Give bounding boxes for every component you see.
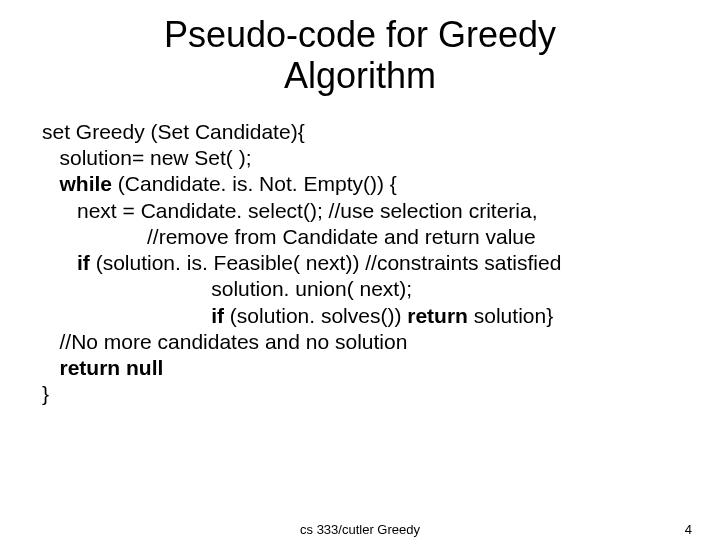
code-line: next = Candidate. select(); //use select…	[42, 198, 700, 224]
code-line: }	[42, 381, 700, 407]
code-line: solution. union( next);	[42, 276, 700, 302]
footer-center-text: cs 333/cutler Greedy	[300, 522, 420, 537]
keyword-return: return	[407, 304, 468, 327]
keyword-return-null: return null	[60, 356, 164, 379]
slide-title: Pseudo-code for Greedy Algorithm	[0, 14, 720, 97]
keyword-if: if	[211, 304, 224, 327]
code-line: if (solution. solves()) return solution}	[42, 303, 700, 329]
code-line: //No more candidates and no solution	[42, 329, 700, 355]
code-line: if (solution. is. Feasible( next)) //con…	[42, 250, 700, 276]
title-line-2: Algorithm	[284, 55, 436, 96]
page-number: 4	[685, 522, 692, 537]
code-line: solution= new Set( );	[42, 145, 700, 171]
title-line-1: Pseudo-code for Greedy	[164, 14, 556, 55]
code-line: while (Candidate. is. Not. Empty()) {	[42, 171, 700, 197]
keyword-if: if	[77, 251, 90, 274]
pseudocode-block: set Greedy (Set Candidate){ solution= ne…	[42, 119, 700, 408]
code-line: //remove from Candidate and return value	[42, 224, 700, 250]
code-line: return null	[42, 355, 700, 381]
keyword-while: while	[60, 172, 113, 195]
code-line: set Greedy (Set Candidate){	[42, 119, 700, 145]
